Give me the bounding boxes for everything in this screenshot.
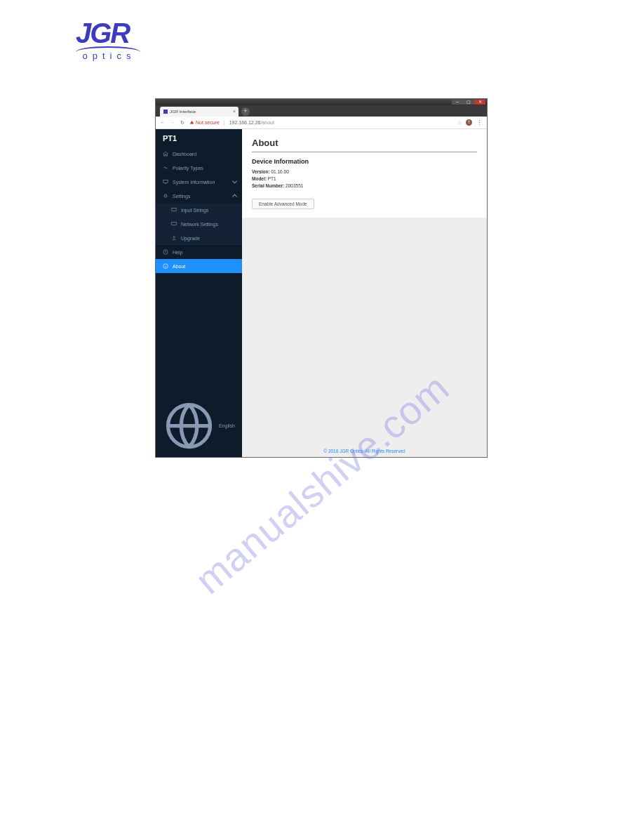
browser-tabstrip: JGR Interface × + [156,105,487,117]
new-tab-button[interactable]: + [241,107,250,116]
logo-text: JGR [76,21,142,45]
sidebar-label: Input Strings [181,208,208,213]
sidebar-title: PT1 [156,129,242,147]
jgr-logo: JGR optics [76,21,142,61]
svg-rect-3 [172,223,176,225]
url-path: /about [260,120,274,125]
version-label: Version: [252,169,270,174]
svg-point-1 [164,194,166,197]
help-icon [163,249,168,255]
section-heading: Device Information [252,158,477,165]
serial-label: Serial Number: [252,183,284,188]
sidebar-settings-submenu: Input Strings Network Settings Upgrade [156,203,242,245]
serial-row: Serial Number: 2003551 [252,183,477,190]
serial-value: 2003551 [286,183,303,188]
main-panel: About Device Information Version: 01.16.… [242,129,487,457]
security-warning[interactable]: Not secure [189,120,220,125]
window-close-button[interactable]: ✕ [474,100,485,105]
browser-menu-icon[interactable]: ⋮ [476,119,483,126]
sidebar-label: Network Settings [181,222,218,227]
forward-button[interactable]: → [170,120,175,125]
gear-icon [163,193,168,199]
link-icon [163,165,168,171]
enable-advanced-mode-button[interactable]: Enable Advanced Mode [252,199,314,209]
sidebar-item-polarity[interactable]: Polarity Types [156,161,242,175]
home-icon [163,151,168,157]
monitor-icon [163,179,168,185]
screen-icon [171,221,177,227]
svg-rect-0 [163,180,168,183]
sidebar-item-about[interactable]: About [156,259,242,273]
window-maximize-button[interactable]: ▢ [463,100,474,105]
model-value: PT1 [268,176,276,181]
upload-icon [171,235,177,241]
sidebar-item-settings[interactable]: Settings [156,189,242,203]
sidebar-label: About [173,264,185,269]
sidebar-item-system-information[interactable]: System Information [156,175,242,189]
window-titlebar: ─ ▢ ✕ [156,99,487,105]
sidebar-item-dashboard[interactable]: Dashboard [156,147,242,161]
sidebar-label: System Information [173,180,215,185]
version-value: 01.16.00 [271,169,288,174]
sidebar-item-network-settings[interactable]: Network Settings [156,217,242,231]
tab-favicon [163,110,168,114]
browser-tab[interactable]: JGR Interface × [160,107,239,117]
browser-toolbar: ← → ↻ Not secure | 192.168.12.28/about ☆… [156,117,487,129]
url-field[interactable]: 192.168.12.28/about [229,120,453,125]
tab-close-icon[interactable]: × [233,109,236,114]
profile-avatar[interactable]: T [466,119,472,126]
language-selector[interactable]: English [156,395,242,457]
screen-icon [171,207,177,213]
model-row: Model: PT1 [252,176,477,183]
globe-icon [163,399,215,452]
footer-copyright: © 2018 JGR Optics. All Rights Reserved [242,445,487,457]
url-separator: | [224,120,225,125]
warning-triangle-icon [189,120,194,125]
sidebar-label: Upgrade [181,236,200,241]
reload-button[interactable]: ↻ [180,120,185,126]
sidebar-item-input-strings[interactable]: Input Strings [156,203,242,217]
sidebar: PT1 Dashboard Polarity Types System Info… [156,129,242,457]
svg-rect-2 [172,208,176,211]
info-icon [163,263,168,269]
model-label: Model: [252,176,267,181]
sidebar-item-help[interactable]: Help [156,245,242,259]
page-heading: About [252,138,477,152]
version-row: Version: 01.16.00 [252,168,477,176]
back-button[interactable]: ← [160,120,166,125]
bookmark-star-icon[interactable]: ☆ [457,120,462,126]
sidebar-item-upgrade[interactable]: Upgrade [156,231,242,245]
sidebar-spacer [156,273,242,395]
sidebar-label: Dashboard [173,152,196,157]
app-body: PT1 Dashboard Polarity Types System Info… [156,129,487,457]
window-minimize-button[interactable]: ─ [452,100,463,105]
sidebar-label: Polarity Types [173,166,203,171]
logo-subtext: optics [76,51,142,61]
security-label: Not secure [196,120,220,125]
language-label: English [219,423,235,428]
sidebar-label: Settings [173,194,190,199]
content-area: About Device Information Version: 01.16.… [242,129,487,218]
url-host: 192.168.12.28 [229,120,261,125]
sidebar-label: Help [173,250,182,255]
tab-title: JGR Interface [170,110,196,114]
content-empty-area [242,218,487,445]
browser-window: ─ ▢ ✕ JGR Interface × + ← → ↻ Not secure… [155,98,488,458]
